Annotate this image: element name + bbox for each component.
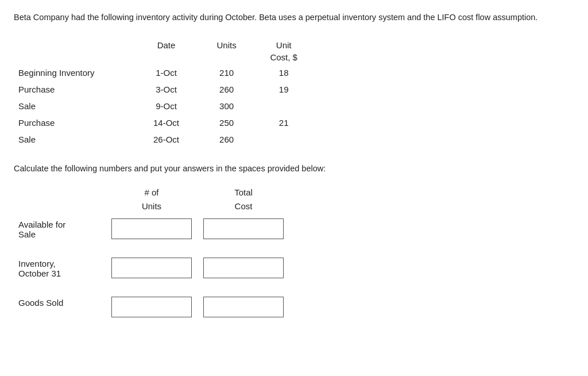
calc-row: Goods Sold [14,292,289,322]
row-label: Purchase [14,81,134,98]
units-input-0[interactable] [111,218,192,239]
row-date: 14-Oct [134,114,198,131]
calc-col-header-cost-sub: Cost [198,200,289,214]
calculate-instruction: Calculate the following numbers and put … [14,164,574,173]
row-cost: 21 [255,114,312,131]
table-row: Sale9-Oct300 [14,98,312,114]
row-units: 210 [198,64,256,81]
calc-row-label: Available forSale [14,214,106,244]
col-header-date: Date [134,38,198,52]
calc-row-cost-cell [198,253,289,283]
calc-row-units-cell [106,292,198,322]
row-label: Sale [14,131,134,148]
row-cost: 19 [255,81,312,98]
calc-row-units-cell [106,253,198,283]
row-cost: 18 [255,64,312,81]
col-subheader-date [134,52,198,64]
table-row: Purchase3-Oct26019 [14,81,312,98]
calc-col-subheader-label [14,200,106,214]
row-date: 3-Oct [134,81,198,98]
calc-row-units-cell [106,214,198,244]
col-subheader-label [14,52,134,64]
calc-col-header-cost-top: Total [198,185,289,200]
calc-table: # of Total Units Cost Available forSaleI… [14,185,289,322]
cost-input-2[interactable] [203,297,284,317]
inventory-table: Date Units Unit Cost, $ Beginning Invent… [14,38,312,148]
cost-input-1[interactable] [203,258,284,278]
calc-row-cost-cell [198,214,289,244]
row-label: Sale [14,98,134,114]
col-header-unit-cost-sub: Cost, $ [255,52,312,64]
row-date: 26-Oct [134,131,198,148]
col-subheader-units [198,52,256,64]
calc-row: Available forSale [14,214,289,244]
row-units: 260 [198,81,256,98]
calc-row-label: Inventory,October 31 [14,253,106,283]
row-spacer [14,283,289,292]
calc-row-label: Goods Sold [14,292,106,322]
row-date: 9-Oct [134,98,198,114]
table-row: Purchase14-Oct25021 [14,114,312,131]
calc-col-header-units-sub: Units [106,200,198,214]
row-spacer [14,244,289,253]
row-label: Purchase [14,114,134,131]
col-header-label [14,38,134,52]
row-cost [255,98,312,114]
row-units: 250 [198,114,256,131]
table-row: Beginning Inventory1-Oct21018 [14,64,312,81]
units-input-1[interactable] [111,258,192,278]
row-date: 1-Oct [134,64,198,81]
cost-input-0[interactable] [203,218,284,239]
col-header-units: Units [198,38,256,52]
row-cost [255,131,312,148]
col-header-unit-cost-top: Unit [255,38,312,52]
calc-row: Inventory,October 31 [14,253,289,283]
row-label: Beginning Inventory [14,64,134,81]
table-row: Sale26-Oct260 [14,131,312,148]
units-input-2[interactable] [111,297,192,317]
calc-col-header-units-top: # of [106,185,198,200]
calc-row-cost-cell [198,292,289,322]
intro-paragraph: Beta Company had the following inventory… [14,11,574,24]
row-units: 260 [198,131,256,148]
calc-col-header-label [14,185,106,200]
row-units: 300 [198,98,256,114]
